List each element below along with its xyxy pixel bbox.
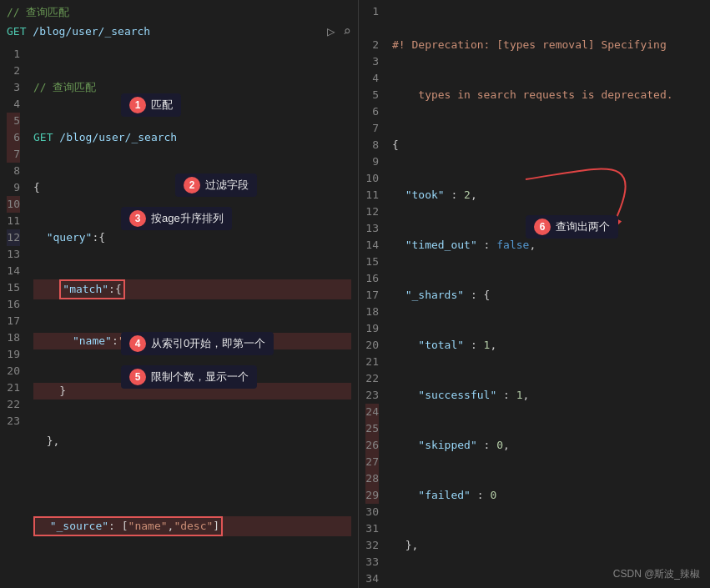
left-code-area: 1 2 3 4 5 6 7 8 9 10 11 12 13 14 15 16 1… [0, 43, 358, 588]
left-line-numbers: 1 2 3 4 5 6 7 8 9 10 11 12 13 14 15 16 1… [0, 46, 27, 585]
badge-3: 3 [129, 210, 146, 227]
annotation-5: 5 限制个数，显示一个 [121, 365, 257, 389]
run-icons[interactable]: ▷ ⌕ [327, 23, 351, 39]
annotation-1: 1 匹配 [121, 93, 181, 117]
annotation-6: 6 查询出两个 [526, 215, 618, 239]
right-code-area: 1 2 3 4 5 6 7 8 9 10 11 12 13 14 15 16 1… [359, 0, 710, 588]
badge-4: 4 [129, 335, 146, 352]
annotation-1-text: 匹配 [151, 98, 173, 113]
left-panel: // 查询匹配 GET /blog/user/_search ▷ ⌕ 1 2 3… [0, 0, 359, 588]
badge-5: 5 [129, 369, 146, 385]
left-comment: // 查询匹配 [7, 6, 69, 18]
annotation-3: 3 按age升序排列 [121, 207, 232, 230]
annotation-6-text: 查询出两个 [556, 219, 610, 234]
right-code-content: #! Deprecation: [types removal] Specifyi… [385, 3, 710, 585]
badge-1: 1 [129, 97, 146, 113]
annotation-2: 2 过滤字段 [175, 173, 257, 197]
request-url: /blog/user/_search [33, 25, 150, 38]
annotation-4: 4 从索引0开始，即第一个 [121, 332, 274, 355]
right-line-numbers: 1 2 3 4 5 6 7 8 9 10 11 12 13 14 15 16 1… [359, 3, 385, 585]
right-panel: 1 2 3 4 5 6 7 8 9 10 11 12 13 14 15 16 1… [359, 0, 710, 588]
left-code-content: // 查询匹配 GET /blog/user/_search { "query"… [27, 46, 358, 585]
annotation-4-text: 从索引0开始，即第一个 [151, 336, 265, 351]
badge-2: 2 [184, 177, 200, 193]
annotation-5-text: 限制个数，显示一个 [151, 369, 249, 384]
watermark: CSDN @斯波_辣椒 [613, 567, 700, 581]
annotation-2-text: 过滤字段 [205, 178, 249, 193]
http-method: GET [7, 25, 26, 38]
annotation-3-text: 按age升序排列 [151, 211, 224, 226]
badge-6: 6 [534, 219, 551, 235]
